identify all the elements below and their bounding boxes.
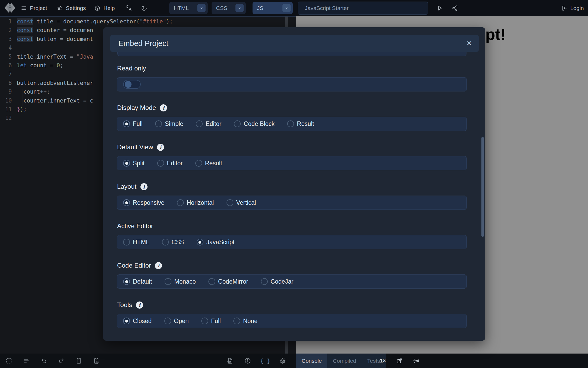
chevron-down-icon[interactable]	[282, 4, 291, 12]
redo-icon[interactable]	[58, 357, 65, 364]
copy-icon[interactable]	[75, 357, 82, 364]
radio-display-mode-editor[interactable]: Editor	[196, 120, 221, 127]
radio-circle	[155, 120, 162, 127]
modal-content: Read onlyDisplay ModeiFullSimpleEditorCo…	[117, 64, 467, 340]
open-in-new-window-icon[interactable]	[396, 357, 403, 364]
radio-tools-closed[interactable]: Closed	[123, 318, 152, 325]
radio-label: Editor	[167, 160, 183, 167]
radio-circle	[201, 318, 208, 324]
code-token: let	[17, 62, 27, 69]
radio-active-editor-html[interactable]: HTML	[123, 239, 149, 246]
code-token: .	[90, 18, 93, 25]
section-box-tools: ClosedOpenFullNone	[117, 314, 467, 328]
code-token: innerText	[37, 54, 70, 60]
line-number: 12	[0, 114, 17, 122]
radio-layout-vertical[interactable]: Vertical	[227, 199, 256, 206]
radio-code-editor-codemirror[interactable]: CodeMirror	[208, 278, 248, 285]
chevron-down-icon[interactable]	[197, 4, 206, 12]
radio-display-mode-simple[interactable]: Simple	[155, 120, 183, 127]
paste-icon[interactable]	[93, 357, 100, 364]
share-icon[interactable]	[452, 5, 458, 12]
radio-display-mode-full[interactable]: Full	[123, 120, 143, 127]
line-number: 8	[0, 79, 17, 88]
broadcast-icon[interactable]	[413, 357, 420, 364]
code-token: innerText	[50, 98, 83, 104]
select-all-icon[interactable]	[5, 357, 12, 364]
code-token: const	[17, 18, 33, 25]
radio-circle	[123, 318, 130, 324]
code-token: title	[33, 18, 57, 25]
code-token: button	[33, 36, 60, 42]
select-css[interactable]: CSS	[212, 2, 246, 14]
code-token: document	[67, 36, 93, 42]
result-zoom-label[interactable]: 1×	[380, 354, 386, 368]
line-number: 7	[0, 70, 17, 79]
login-button[interactable]: Login	[561, 0, 584, 16]
code-token: =	[57, 18, 63, 25]
section-label: Read only	[117, 65, 146, 72]
radio-display-mode-code-block[interactable]: Code Block	[234, 120, 275, 127]
read-only-toggle[interactable]	[123, 80, 141, 89]
code-token: .	[37, 80, 40, 86]
radio-default-view-result[interactable]: Result	[195, 160, 222, 167]
radio-default-view-split[interactable]: Split	[123, 160, 145, 167]
radio-circle	[234, 120, 241, 127]
section-box-read-only	[117, 77, 467, 91]
radio-active-editor-css[interactable]: CSS	[162, 239, 184, 246]
radio-active-editor-javascript[interactable]: JavaScript	[197, 239, 234, 246]
code-token: querySelector	[93, 18, 136, 25]
format-icon[interactable]	[23, 357, 30, 364]
radio-display-mode-result[interactable]: Result	[287, 120, 314, 127]
console-tab-group: ConsoleCompiledTests	[296, 354, 386, 368]
tab-compiled[interactable]: Compiled	[327, 354, 362, 368]
code-token: ++;	[40, 89, 50, 95]
code-line: 1const title = document.querySelector("#…	[0, 17, 285, 26]
code-token: }	[17, 106, 20, 113]
radio-code-editor-default[interactable]: Default	[123, 278, 152, 285]
select-html[interactable]: HTML	[169, 2, 208, 14]
close-icon[interactable]: ✕	[466, 39, 479, 48]
bottom-toolbar: { } ConsoleCompiledTests 1×	[0, 354, 588, 368]
radio-tools-full[interactable]: Full	[201, 318, 221, 325]
radio-code-editor-monaco[interactable]: Monaco	[165, 278, 196, 285]
radio-tools-open[interactable]: Open	[164, 318, 189, 325]
modal-scrollbar-thumb[interactable]	[481, 137, 484, 237]
line-text: const title = document.querySelector("#t…	[17, 17, 285, 26]
info-icon[interactable]: i	[136, 301, 143, 309]
code-token: const	[17, 27, 33, 33]
code-token: =	[60, 36, 66, 42]
section-label-row: Read only	[117, 64, 467, 72]
radio-layout-horizontal[interactable]: Horizontal	[177, 199, 214, 206]
project-info-icon[interactable]	[244, 357, 251, 364]
code-token: document	[63, 18, 90, 25]
external-resources-icon[interactable]	[227, 357, 234, 364]
radio-circle	[123, 160, 130, 167]
code-token: const	[17, 36, 33, 42]
info-icon[interactable]: i	[160, 104, 167, 111]
radio-default-view-editor[interactable]: Editor	[157, 160, 183, 167]
code-token: count	[17, 89, 40, 95]
code-token: count	[27, 62, 50, 69]
result-heading-fragment: pt!	[485, 25, 506, 44]
undo-icon[interactable]	[40, 357, 48, 364]
project-title-input[interactable]: JavaScript Starter	[298, 2, 428, 15]
code-token: =	[50, 62, 56, 69]
radio-code-editor-codejar[interactable]: CodeJar	[261, 278, 293, 285]
select-js[interactable]: JS	[253, 2, 293, 14]
radio-layout-responsive[interactable]: Responsive	[123, 199, 164, 206]
editor-settings-icon[interactable]	[279, 357, 286, 364]
radio-label: CodeJar	[271, 278, 293, 285]
run-icon[interactable]	[436, 5, 443, 12]
line-number: 11	[0, 105, 17, 114]
radio-circle	[195, 160, 202, 167]
custom-settings-icon[interactable]: { }	[262, 357, 269, 364]
radio-tools-none[interactable]: None	[233, 318, 258, 325]
info-icon[interactable]: i	[157, 144, 164, 151]
section-label: Display Mode	[117, 104, 156, 111]
info-icon[interactable]: i	[155, 262, 162, 269]
info-icon[interactable]: i	[140, 183, 148, 190]
chevron-down-icon[interactable]	[235, 4, 244, 12]
select-label: JS	[257, 5, 264, 11]
radio-label: HTML	[133, 239, 149, 246]
tab-console[interactable]: Console	[296, 354, 327, 368]
